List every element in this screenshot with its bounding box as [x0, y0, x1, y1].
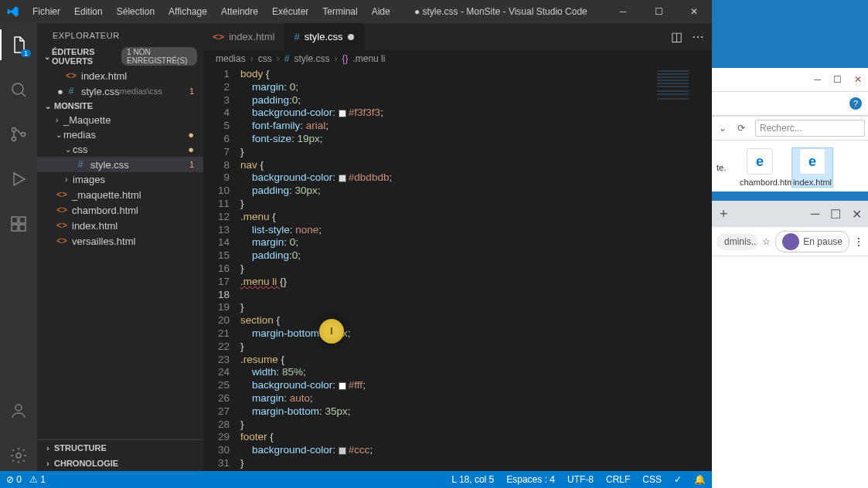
breadcrumb-item[interactable]: medias: [216, 53, 246, 64]
modified-dot-icon: ●: [188, 129, 194, 141]
svg-point-8: [15, 405, 22, 411]
chevron-down-icon: ⌄: [43, 53, 50, 61]
tab-index-html[interactable]: <>index.html: [203, 23, 284, 50]
color-swatch-icon: [339, 447, 346, 455]
accounts-icon[interactable]: [0, 395, 37, 426]
profile-pause-chip[interactable]: En pause: [775, 231, 849, 252]
explorer-icon[interactable]: 1: [0, 29, 37, 60]
run-debug-icon[interactable]: [0, 164, 37, 195]
css-file-icon: #: [74, 158, 87, 171]
avatar-icon: [782, 233, 799, 250]
status-item[interactable]: 🔔: [694, 474, 706, 485]
more-icon[interactable]: ⋯: [692, 29, 704, 44]
svg-point-3: [22, 133, 26, 137]
dirty-dot-icon: [348, 34, 354, 40]
search-input[interactable]: Recherc...: [755, 120, 865, 137]
status-item[interactable]: CSS: [642, 474, 662, 485]
windows-activation-watermark: Activer Windows: [773, 469, 853, 482]
html-file-icon: <>: [56, 204, 68, 216]
maximize-button[interactable]: ☐: [641, 0, 676, 23]
refresh-icon[interactable]: ⟳: [734, 120, 749, 136]
address-bar[interactable]: dminis...: [717, 233, 757, 250]
folder-item[interactable]: ›images: [37, 172, 203, 187]
bookmark-star-icon[interactable]: ☆: [762, 236, 771, 247]
menu-fichier[interactable]: Fichier: [26, 3, 66, 20]
folder-item[interactable]: ⌄medias●: [37, 127, 203, 142]
breadcrumb-item[interactable]: style.css: [294, 53, 329, 64]
status-item[interactable]: CRLF: [606, 474, 630, 485]
project-section[interactable]: ⌄ MONSITE: [37, 99, 203, 113]
close-button[interactable]: ✕: [852, 207, 862, 222]
minimize-button[interactable]: ─: [811, 207, 819, 222]
minimize-button[interactable]: ─: [605, 0, 641, 23]
color-swatch-icon: [339, 382, 346, 390]
breadcrumb-item[interactable]: .menu li: [352, 53, 385, 64]
activity-bar: 1: [0, 23, 37, 471]
rule-icon: {}: [342, 53, 348, 64]
timeline-section[interactable]: ›CHRONOLOGIE: [37, 456, 203, 471]
menu-terminal[interactable]: Terminal: [316, 3, 363, 20]
vscode-logo-icon: [0, 5, 26, 18]
status-bar: ⊘ 0⚠ 1 L 18, col 5Espaces : 4UTF-8CRLFCS…: [0, 471, 712, 488]
file-item[interactable]: eindex.html: [792, 148, 832, 187]
file-item[interactable]: <>index.html: [37, 218, 203, 233]
file-explorer-window: ─ ☐ ✕ ? ⌄ ⟳ Recherc... te.echambord.html…: [712, 68, 868, 191]
menu-atteindre[interactable]: Atteindre: [215, 3, 264, 20]
file-item[interactable]: <>chambord.html: [37, 202, 203, 218]
css-file-icon: #: [65, 85, 77, 97]
status-item[interactable]: ⚠ 1: [29, 474, 46, 485]
tab-style-css[interactable]: #style.css: [284, 23, 363, 50]
open-editors-section[interactable]: ⌄ ÉDITEURS OUVERTS 1 NON ENREGISTRÉ(S): [37, 45, 203, 68]
menu-edition[interactable]: Edition: [68, 3, 109, 20]
close-button[interactable]: ✕: [854, 74, 862, 85]
menu-affichage[interactable]: Affichage: [162, 3, 213, 20]
search-icon[interactable]: [0, 74, 37, 105]
open-editor-item[interactable]: <>index.html: [37, 68, 203, 83]
file-item[interactable]: <>_maquette.html: [37, 187, 203, 202]
breadcrumb[interactable]: medias›css›#style.css›{}.menu li: [203, 50, 712, 67]
code-editor[interactable]: 1234567891011121314151617181920212223242…: [203, 67, 712, 471]
status-item[interactable]: Espaces : 4: [506, 474, 555, 485]
folder-item[interactable]: ›_Maquette: [37, 113, 203, 127]
file-item[interactable]: te.: [717, 163, 727, 172]
outline-section[interactable]: ›STRUCTURE: [37, 440, 203, 456]
status-item[interactable]: UTF-8: [567, 474, 594, 485]
cursor-indicator-icon: I: [319, 319, 344, 344]
breadcrumb-item[interactable]: css: [258, 53, 272, 64]
editor-area: <>index.html#style.css ◫ ⋯ medias›css›#s…: [203, 23, 712, 471]
minimize-button[interactable]: ─: [814, 74, 821, 85]
vscode-window: FichierEditionSélectionAffichageAtteindr…: [0, 0, 712, 488]
menu-exécuter[interactable]: Exécuter: [266, 3, 315, 20]
file-item[interactable]: #style.css1: [37, 157, 203, 172]
status-item[interactable]: L 18, col 5: [451, 474, 494, 485]
status-item[interactable]: ⊘ 0: [6, 474, 22, 485]
html-file-icon: <>: [56, 235, 68, 247]
maximize-button[interactable]: ☐: [830, 207, 841, 222]
menu-dots-icon[interactable]: ⋮: [854, 236, 863, 247]
html-file-icon: <>: [65, 69, 77, 82]
sidebar-title: EXPLORATEUR: [37, 23, 203, 45]
minimap[interactable]: [650, 67, 712, 469]
file-item[interactable]: echambord.html: [740, 148, 780, 187]
file-item[interactable]: <>versailles.html: [37, 233, 203, 249]
chevron-icon: ⌄: [56, 130, 63, 139]
help-icon[interactable]: ?: [849, 97, 862, 110]
editor-tabs: <>index.html#style.css ◫ ⋯: [203, 23, 712, 50]
folder-item[interactable]: ⌄css●: [37, 142, 203, 157]
split-editor-icon[interactable]: ◫: [671, 29, 682, 44]
settings-gear-icon[interactable]: [0, 440, 37, 471]
edge-file-icon: e: [747, 148, 773, 175]
menu-aide[interactable]: Aide: [366, 3, 397, 20]
menu-sélection[interactable]: Sélection: [111, 3, 161, 20]
color-swatch-icon: [339, 175, 346, 182]
close-button[interactable]: ✕: [676, 0, 712, 23]
maximize-button[interactable]: ☐: [833, 74, 842, 85]
new-tab-button[interactable]: +: [720, 206, 728, 222]
extensions-icon[interactable]: [0, 208, 37, 239]
html-file-icon: <>: [56, 188, 68, 201]
chevron-right-icon: ›: [43, 444, 53, 452]
open-editor-item[interactable]: ●#style.css medias\css1: [37, 83, 203, 99]
status-item[interactable]: ✓: [674, 474, 682, 485]
source-control-icon[interactable]: [0, 119, 37, 150]
address-dropdown-icon[interactable]: ⌄: [715, 120, 730, 136]
